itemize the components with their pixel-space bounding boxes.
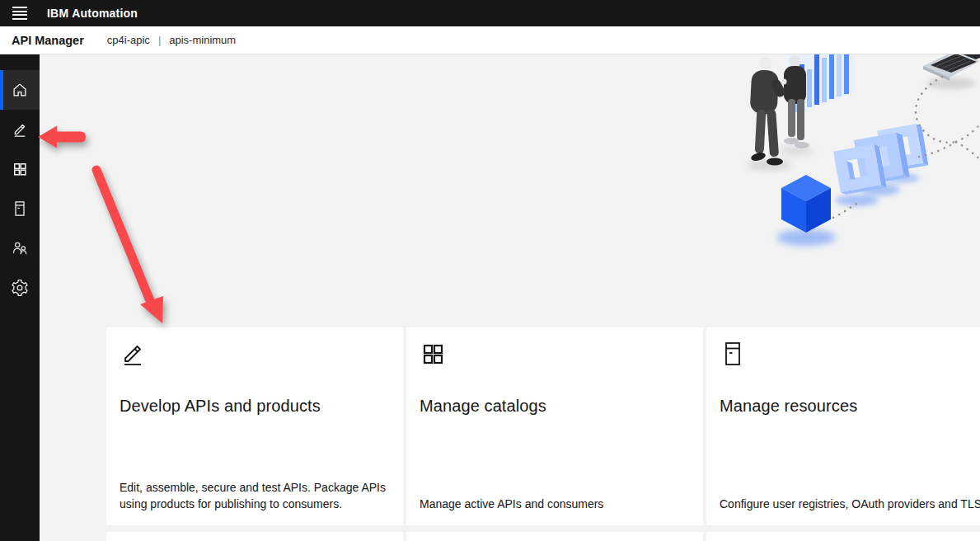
gear-icon [12,280,28,296]
card-description: Manage active APIs and consumers [420,496,690,512]
sidebar-item-manage-catalogs[interactable] [0,149,40,189]
sidebar-item-develop[interactable] [0,110,40,149]
manage-catalogs-card[interactable]: Manage catalogs Manage active APIs and c… [406,327,703,525]
card-row2-2[interactable] [406,532,703,541]
develop-apis-card[interactable]: Develop APIs and products Edit, assemble… [106,327,403,525]
menu-icon[interactable] [0,0,40,26]
card-row2-3[interactable] [706,532,980,541]
card-grid-row2 [106,532,980,541]
app-header: API Manager cp4i-apic | apis-minimum [0,26,980,54]
brand-prefix: IBM [47,7,68,20]
sidebar-item-settings[interactable] [0,268,40,308]
catalog-icon [12,200,28,217]
home-icon [12,82,28,98]
brand: IBMAutomation [47,7,138,20]
top-header: IBMAutomation [0,0,980,26]
manage-resources-card[interactable]: Manage resources Configure user registri… [706,327,980,525]
card-description: Configure user registries, OAuth provide… [720,496,980,512]
card-title: Manage catalogs [420,397,690,416]
brand-product: Automation [72,7,138,20]
breadcrumb-instance: cp4i-apic [107,34,150,46]
catalog-icon [720,341,746,367]
users-icon [12,240,28,256]
side-nav [0,54,40,541]
card-title: Develop APIs and products [120,397,390,416]
card-description: Edit, assemble, secure and test APIs. Pa… [120,479,390,512]
api-manager-page: IBMAutomation API Manager cp4i-apic | ap… [0,0,980,541]
card-row2-1[interactable] [106,532,403,541]
grid-icon [420,341,446,367]
breadcrumb: cp4i-apic | apis-minimum [107,34,236,46]
breadcrumb-separator: | [158,34,161,46]
edit-pencil-icon [12,121,28,138]
card-title: Manage resources [720,397,980,416]
card-grid-row1: Develop APIs and products Edit, assemble… [106,327,980,525]
grid-icon [12,161,28,177]
sidebar-item-home[interactable] [0,70,40,110]
edit-pencil-icon [120,341,146,367]
sidebar-item-members[interactable] [0,228,40,268]
app-title: API Manager [12,34,84,47]
breadcrumb-org: apis-minimum [169,34,236,46]
sidebar-item-resources[interactable] [0,189,40,228]
